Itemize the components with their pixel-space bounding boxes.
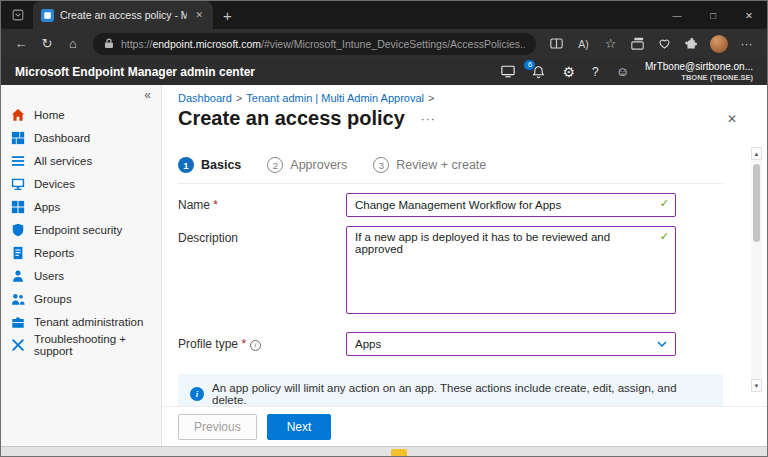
all-services-icon [11,154,25,168]
shield-icon [11,223,25,237]
favorites-button[interactable]: ☆ [598,36,623,51]
scroll-down-button[interactable]: ▼ [751,379,762,392]
sidebar-item-label: Groups [34,293,72,305]
tab-approvers[interactable]: 2 Approvers [267,157,347,173]
sidebar-item-apps[interactable]: Apps [1,195,161,218]
breadcrumb-dashboard[interactable]: Dashboard [178,92,232,104]
description-row: Description If a new app is deployed it … [178,226,751,318]
profile-avatar[interactable] [710,35,728,53]
cloud-shell-button[interactable] [501,65,515,78]
create-wizard: 1 Basics 2 Approvers 3 Review + create N… [162,157,767,414]
next-button[interactable]: Next [267,414,332,440]
blade-close-button[interactable]: ✕ [727,112,737,126]
sidebar-item-label: Troubleshooting + support [34,333,151,357]
profile-type-dropdown[interactable]: Apps [346,332,676,356]
profile-type-field-wrap: Apps [346,332,676,356]
minimize-button[interactable]: — [659,1,695,29]
sidebar-item-endpoint-security[interactable]: Endpoint security [1,218,161,241]
extensions-icon [685,37,698,50]
sidebar-item-label: All services [34,155,92,167]
required-asterisk: * [241,337,246,351]
feedback-button[interactable]: ☺ [616,64,629,79]
notification-badge: 6 [524,60,535,70]
tab-actions-button[interactable] [7,4,29,26]
home-button[interactable]: ⌂ [61,36,85,51]
info-icon: i [190,387,204,401]
name-input[interactable] [346,193,676,217]
info-tooltip-icon[interactable]: i [250,340,261,351]
url-text: https://endpoint.microsoft.com/#view/Mic… [121,38,525,50]
sidebar-item-label: Dashboard [34,132,90,144]
tab-favicon-icon [41,9,54,22]
tab-close-icon[interactable]: ✕ [193,10,205,20]
blade-content: Dashboard>Tenant admin | Multi Admin App… [162,85,767,446]
scroll-thumb[interactable] [753,164,760,242]
required-asterisk: * [213,198,218,212]
portal-header-icons: 6 ⚙ ? ☺ [501,64,629,80]
read-aloud-button[interactable]: A) [571,38,596,50]
breadcrumb-separator: > [428,92,434,104]
url-scheme: https:// [121,38,153,50]
step-number: 2 [267,157,283,173]
lock-icon [104,38,114,49]
browser-essentials-icon [658,37,671,50]
step-label: Approvers [290,158,347,172]
sidebar-item-dashboard[interactable]: Dashboard [1,126,161,149]
tab-basics[interactable]: 1 Basics [178,157,241,173]
panel-icon [501,65,515,78]
sidebar-item-all-services[interactable]: All services [1,149,161,172]
sidebar-item-label: Apps [34,201,60,213]
previous-button[interactable]: Previous [178,414,257,440]
sidebar-item-troubleshooting[interactable]: Troubleshooting + support [1,333,161,356]
content-scrollbar[interactable]: ▲ ▼ [751,147,762,392]
sidebar-item-reports[interactable]: Reports [1,241,161,264]
taskbar-item[interactable] [391,449,407,456]
browser-tab[interactable]: Create an access policy - Micros... ✕ [33,1,213,29]
description-textarea[interactable]: If a new app is deployed it has to be re… [346,226,676,314]
url-path: /#view/Microsoft_Intune_DeviceSettings/A… [261,38,525,50]
sidebar-item-users[interactable]: Users [1,264,161,287]
sidebar-item-tenant-administration[interactable]: Tenant administration [1,310,161,333]
breadcrumb-tenant-admin[interactable]: Tenant admin | Multi Admin Approval [246,92,424,104]
sidebar-item-home[interactable]: Home [1,103,161,126]
group-icon [11,292,25,306]
browser-window: Create an access policy - Micros... ✕ + … [0,0,768,457]
sidebar-collapse-button[interactable]: « [1,85,161,103]
step-number: 1 [178,157,194,173]
profile-type-value: Apps [355,338,381,350]
blade-header: Create an access policy ··· ✕ [162,104,767,130]
info-banner-text: An app policy will limit any action on a… [212,382,711,406]
collections-button[interactable] [625,37,650,50]
browser-menu-button[interactable]: ··· [734,37,759,51]
browser-toolbar: ← ↻ ⌂ https://endpoint.microsoft.com/#vi… [1,29,767,58]
blade-more-button[interactable]: ··· [421,112,436,126]
portal-header: Microsoft Endpoint Manager admin center … [1,58,767,85]
step-number: 3 [373,157,389,173]
collections-icon [631,37,644,50]
refresh-button[interactable]: ↻ [35,36,59,51]
description-label: Description [178,226,346,318]
tab-review-create[interactable]: 3 Review + create [373,157,486,173]
sidebar-item-devices[interactable]: Devices [1,172,161,195]
notifications-button[interactable]: 6 [532,65,545,79]
settings-button[interactable]: ⚙ [562,64,575,80]
new-tab-button[interactable]: + [223,7,232,24]
account-menu[interactable]: MrTbone@sirtbone.on... TBONE (TBONE.SE) [645,61,753,82]
troubleshoot-icon [11,338,25,352]
back-button[interactable]: ← [9,36,33,51]
extensions-button[interactable] [679,37,704,50]
help-button[interactable]: ? [592,65,599,79]
scroll-up-button[interactable]: ▲ [751,147,762,160]
maximize-button[interactable]: □ [695,1,731,29]
wizard-footer: Previous Next [162,406,767,446]
close-window-button[interactable]: ✕ [731,1,767,29]
split-screen-button[interactable] [544,37,569,50]
address-bar[interactable]: https://endpoint.microsoft.com/#view/Mic… [93,33,536,55]
scroll-track[interactable] [751,160,762,379]
name-label: Name * [178,193,346,217]
browser-essentials-button[interactable] [652,37,677,50]
browser-titlebar: Create an access policy - Micros... ✕ + … [1,1,767,29]
apps-icon [11,200,25,214]
sidebar: « Home Dashboard All services Devices Ap… [1,85,162,446]
sidebar-item-groups[interactable]: Groups [1,287,161,310]
